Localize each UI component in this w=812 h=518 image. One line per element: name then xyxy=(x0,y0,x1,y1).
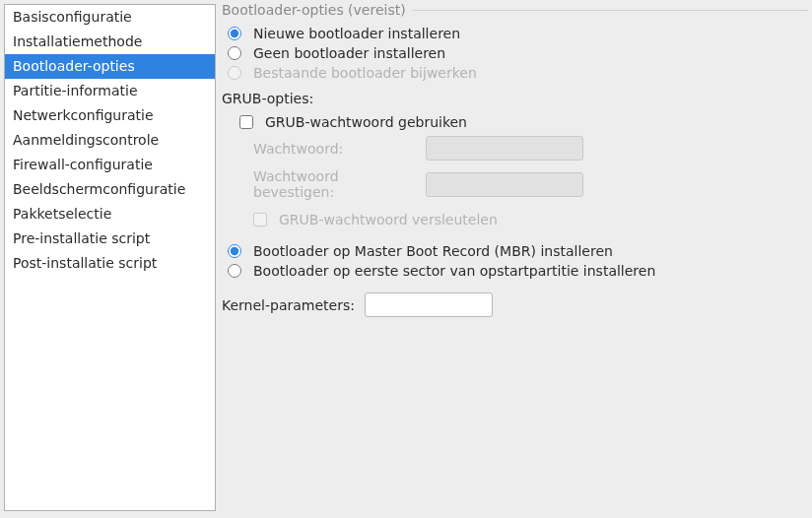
sidebar-item-pre-installatie-script[interactable]: Pre-installatie script xyxy=(5,227,215,251)
sidebar-item-firewall-configuratie[interactable]: Firewall-configuratie xyxy=(5,153,215,177)
radio-none[interactable] xyxy=(228,46,241,60)
label-mbr[interactable]: Bootloader op Master Boot Record (MBR) i… xyxy=(253,243,613,259)
sidebar-item-bootloader-opties[interactable]: Bootloader-opties xyxy=(5,54,215,79)
radio-install-new[interactable] xyxy=(228,27,241,40)
sidebar: Basisconfiguratie Installatiemethode Boo… xyxy=(4,4,216,511)
input-password xyxy=(426,136,583,161)
install-location-group: Bootloader op Master Boot Record (MBR) i… xyxy=(220,237,812,281)
label-install-new[interactable]: Nieuwe bootloader installeren xyxy=(253,26,460,41)
app-root: Basisconfiguratie Installatiemethode Boo… xyxy=(0,0,812,518)
section-divider xyxy=(412,10,808,11)
sidebar-item-pakketselectie[interactable]: Pakketselectie xyxy=(5,202,215,227)
sidebar-item-partitie-informatie[interactable]: Partitie-informatie xyxy=(5,79,215,103)
bootloader-choice-group: Nieuwe bootloader installeren Geen bootl… xyxy=(220,20,812,83)
label-first-sector[interactable]: Bootloader op eerste sector van opstartp… xyxy=(253,263,655,279)
checkbox-encrypt-password xyxy=(253,213,267,227)
section-title: Bootloader-opties (vereist) xyxy=(220,0,406,20)
input-kernel-parameters[interactable] xyxy=(365,292,493,317)
radio-first-sector[interactable] xyxy=(228,264,241,278)
label-password: Wachtwoord: xyxy=(253,141,416,157)
input-confirm-password xyxy=(426,172,583,197)
section-header: Bootloader-opties (vereist) xyxy=(220,0,812,20)
grub-section-title: GRUB-opties: xyxy=(220,83,812,112)
sidebar-item-post-installatie-script[interactable]: Post-installatie script xyxy=(5,251,215,276)
label-none[interactable]: Geen bootloader installeren xyxy=(253,45,445,61)
label-confirm-password: Wachtwoord bevestigen: xyxy=(253,168,416,200)
sidebar-item-beeldschermconfiguratie[interactable]: Beeldschermconfiguratie xyxy=(5,177,215,202)
radio-mbr[interactable] xyxy=(228,244,241,258)
checkbox-grub-password[interactable] xyxy=(239,115,253,129)
radio-update-existing xyxy=(228,66,241,80)
sidebar-item-aanmeldingscontrole[interactable]: Aanmeldingscontrole xyxy=(5,128,215,153)
sidebar-item-installatiemethode[interactable]: Installatiemethode xyxy=(5,30,215,54)
main-panel: Bootloader-opties (vereist) Nieuwe bootl… xyxy=(220,0,812,518)
label-grub-password[interactable]: GRUB-wachtwoord gebruiken xyxy=(265,114,467,130)
label-kernel-parameters: Kernel-parameters: xyxy=(222,297,355,313)
sidebar-item-netwerkconfiguratie[interactable]: Netwerkconfiguratie xyxy=(5,103,215,128)
sidebar-item-basisconfiguratie[interactable]: Basisconfiguratie xyxy=(5,5,215,30)
label-update-existing: Bestaande bootloader bijwerken xyxy=(253,65,477,81)
label-encrypt-password: GRUB-wachtwoord versleutelen xyxy=(279,212,498,227)
